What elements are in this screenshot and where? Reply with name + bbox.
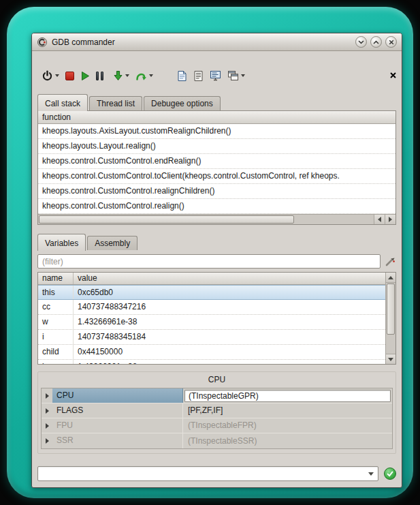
filter-tool-icon[interactable]	[385, 256, 396, 267]
variable-row[interactable]: w 1.43266961e-38	[38, 315, 385, 330]
step-over-button[interactable]	[135, 71, 153, 81]
variable-name: b	[38, 360, 74, 364]
command-combobox[interactable]	[37, 466, 378, 481]
call-stack-row[interactable]: kheops.layouts.AxisLayout.customRealignC…	[38, 124, 395, 139]
power-icon	[42, 70, 53, 82]
call-stack-column-header[interactable]: function	[38, 111, 395, 124]
debugger-pages-tabs: Call stack Thread list Debugee options	[37, 94, 402, 110]
power-button[interactable]	[42, 70, 59, 82]
expander-button[interactable]	[42, 433, 52, 448]
variable-row[interactable]: b 1.43266961e-38	[38, 360, 385, 364]
source-file-icon	[177, 70, 187, 82]
execute-ok-button[interactable]	[384, 468, 396, 480]
scroll-left-button[interactable]	[374, 215, 385, 224]
decorative-frame: GDB commander	[7, 7, 413, 498]
cpu-register-group[interactable]: CPU	[52, 388, 183, 403]
scrollbar-thumb[interactable]	[39, 215, 294, 224]
call-stack-row[interactable]: kheops.control.CustomControl.realign()	[38, 199, 395, 214]
close-button[interactable]	[385, 36, 397, 48]
tab-assembly[interactable]: Assembly	[87, 236, 138, 250]
call-stack-row[interactable]: kheops.layouts.Layout.realign()	[38, 139, 395, 154]
dropdown-chevron-icon[interactable]	[55, 74, 59, 77]
cpu-value: [PF,ZF,IF]	[184, 403, 226, 418]
scrollbar-thumb[interactable]	[387, 284, 395, 335]
inspector-tabs: Variables Assembly	[37, 234, 402, 250]
variables-table: name value this 0xc65db0 cc 140737488347…	[38, 273, 385, 364]
cpu-value-cell: [PF,ZF,IF]	[183, 403, 392, 418]
cpu-row[interactable]: SSR (TInspectableSSR)	[42, 433, 392, 448]
panel-close-button[interactable]	[389, 71, 397, 79]
cpu-value-editbox[interactable]: (TInspectableGPR)	[184, 390, 391, 402]
cpu-row[interactable]: FPU (TInspectableFPR)	[42, 418, 392, 433]
scroll-down-button[interactable]	[386, 354, 395, 364]
variable-value: 0x44150000	[74, 345, 385, 359]
call-stack-row[interactable]: kheops.control.CustomControl.realignChil…	[38, 184, 395, 199]
combo-dropdown-button[interactable]	[364, 472, 378, 476]
variable-name: i	[38, 330, 74, 344]
column-header-name[interactable]: name	[38, 273, 74, 284]
vertical-scrollbar[interactable]	[385, 273, 395, 364]
variable-name: this	[38, 286, 74, 299]
cpu-row[interactable]: CPU (TInspectableGPR)	[42, 388, 392, 403]
variable-row[interactable]: cc 140737488347216	[38, 300, 385, 315]
tab-call-stack[interactable]: Call stack	[37, 94, 88, 111]
cpu-value: (TInspectableSSR)	[184, 434, 260, 448]
watch-monitor-button[interactable]	[210, 70, 221, 81]
step-over-icon	[135, 71, 147, 81]
cpu-inspector-grid: CPU (TInspectableGPR) FLAGS [PF,ZF,IF]	[41, 388, 393, 449]
step-into-button[interactable]	[113, 70, 129, 81]
cpu-register-group[interactable]: FLAGS	[52, 403, 183, 418]
call-stack-panel: function kheops.layouts.AxisLayout.custo…	[37, 110, 396, 225]
window-body: Call stack Thread list Debugee options f…	[32, 67, 402, 504]
variables-filter-row	[37, 254, 396, 269]
call-stack-row[interactable]: kheops.control.CustomControl.toClient(kh…	[38, 169, 395, 184]
cpu-register-group[interactable]: FPU	[52, 418, 183, 433]
expander-button[interactable]	[42, 403, 52, 418]
check-icon	[387, 471, 393, 477]
scroll-right-button[interactable]	[385, 215, 395, 224]
variable-value: 0xc65db0	[74, 286, 385, 299]
command-input[interactable]	[38, 468, 364, 480]
tab-variables[interactable]: Variables	[37, 234, 86, 251]
watch-monitor-icon	[210, 70, 221, 81]
source-file-button[interactable]	[177, 70, 187, 82]
expand-arrow-icon	[46, 393, 49, 399]
arrow-left-icon	[378, 217, 381, 222]
dropdown-chevron-icon[interactable]	[125, 74, 129, 77]
cpu-groupbox: CPU CPU (TInspectableGPR) FLAGS	[37, 371, 396, 454]
run-button[interactable]	[80, 71, 90, 81]
filter-input[interactable]	[37, 254, 381, 269]
cpu-value: (TInspectableFPR)	[184, 418, 260, 433]
stop-button[interactable]	[65, 72, 74, 80]
gdb-commander-window: GDB commander	[31, 33, 402, 488]
variable-value: 140737488345184	[74, 330, 385, 344]
column-header-value[interactable]: value	[74, 273, 385, 284]
app-icon	[37, 37, 48, 48]
cpu-register-group[interactable]: SSR	[52, 433, 183, 448]
pause-button[interactable]	[96, 72, 103, 80]
windows-list-button[interactable]	[227, 70, 245, 81]
variable-row[interactable]: i 140737488345184	[38, 330, 385, 345]
scrollbar-track[interactable]	[38, 215, 374, 224]
screenshot-background: GDB commander	[0, 0, 420, 505]
maximize-button[interactable]	[370, 36, 382, 48]
variable-row-selected[interactable]: this 0xc65db0	[38, 285, 385, 300]
variable-row[interactable]: child 0x44150000	[38, 345, 385, 360]
cpu-row[interactable]: FLAGS [PF,ZF,IF]	[42, 403, 392, 418]
scroll-up-button[interactable]	[386, 273, 395, 283]
variable-value: 140737488347216	[74, 300, 385, 314]
expander-button[interactable]	[42, 388, 52, 403]
expander-button[interactable]	[42, 418, 52, 433]
call-stack-row[interactable]: kheops.control.CustomControl.endRealign(…	[38, 154, 395, 169]
step-into-icon	[113, 70, 123, 81]
tab-debugee-options[interactable]: Debugee options	[144, 96, 221, 110]
shade-button[interactable]	[355, 36, 367, 48]
output-log-icon	[193, 70, 204, 82]
scrollbar-track[interactable]	[386, 283, 395, 354]
titlebar[interactable]: GDB commander	[32, 33, 402, 51]
output-log-button[interactable]	[193, 70, 204, 82]
tab-thread-list[interactable]: Thread list	[89, 96, 142, 110]
dropdown-chevron-icon[interactable]	[241, 74, 245, 77]
dropdown-chevron-icon[interactable]	[149, 74, 153, 77]
horizontal-scrollbar[interactable]	[38, 214, 395, 224]
